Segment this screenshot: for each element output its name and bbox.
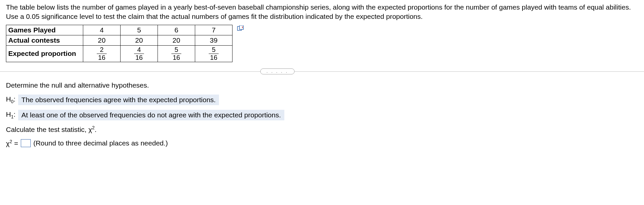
chi-square-input[interactable] — [21, 139, 31, 147]
svg-rect-1 — [239, 25, 243, 29]
expected-cell: 2 16 — [83, 45, 121, 62]
expected-cell: 5 16 — [158, 45, 195, 62]
games-cell: 6 — [158, 25, 195, 35]
table-row: Expected proportion 2 16 4 16 — [6, 45, 233, 62]
actual-cell: 20 — [83, 35, 121, 45]
games-cell: 5 — [121, 25, 158, 35]
popout-icon[interactable] — [237, 25, 244, 31]
actual-cell: 20 — [121, 35, 158, 45]
section-divider: . . . . . — [6, 68, 638, 75]
actual-cell: 20 — [158, 35, 195, 45]
actual-cell: 39 — [195, 35, 233, 45]
h0-label: H0: — [6, 95, 16, 104]
hypotheses-prompt: Determine the null and alternative hypot… — [6, 81, 638, 89]
games-cell: 7 — [195, 25, 233, 35]
fraction: 5 16 — [171, 46, 181, 61]
h0-selected-answer[interactable]: The observed frequencies agree with the … — [18, 95, 219, 105]
alt-hypothesis-row: H1: At least one of the observed frequen… — [6, 110, 638, 120]
chi-square-label: χ2 = — [6, 139, 18, 147]
h1-selected-answer[interactable]: At least one of the observed frequencies… — [18, 110, 284, 120]
calc-prompt: Calculate the test statistic, χ2. — [6, 125, 638, 134]
row-header-actual: Actual contests — [6, 35, 83, 45]
games-cell: 4 — [83, 25, 121, 35]
svg-rect-2 — [242, 26, 243, 28]
data-table: Games Played 4 5 6 7 Actual contests 20 … — [6, 25, 233, 62]
fraction: 5 16 — [209, 46, 219, 61]
h1-label: H1: — [6, 110, 16, 119]
expected-cell: 5 16 — [195, 45, 233, 62]
expand-toggle[interactable]: . . . . . — [260, 68, 295, 74]
null-hypothesis-row: H0: The observed frequencies agree with … — [6, 95, 638, 105]
rounding-hint: (Round to three decimal places as needed… — [33, 139, 168, 147]
table-row: Actual contests 20 20 20 39 — [6, 35, 233, 45]
table-row: Games Played 4 5 6 7 — [6, 25, 233, 35]
row-header-games: Games Played — [6, 25, 83, 35]
problem-statement: The table below lists the number of game… — [6, 3, 638, 21]
fraction: 4 16 — [134, 46, 144, 61]
row-header-expected: Expected proportion — [6, 45, 83, 62]
fraction: 2 16 — [97, 46, 107, 61]
expected-cell: 4 16 — [121, 45, 158, 62]
